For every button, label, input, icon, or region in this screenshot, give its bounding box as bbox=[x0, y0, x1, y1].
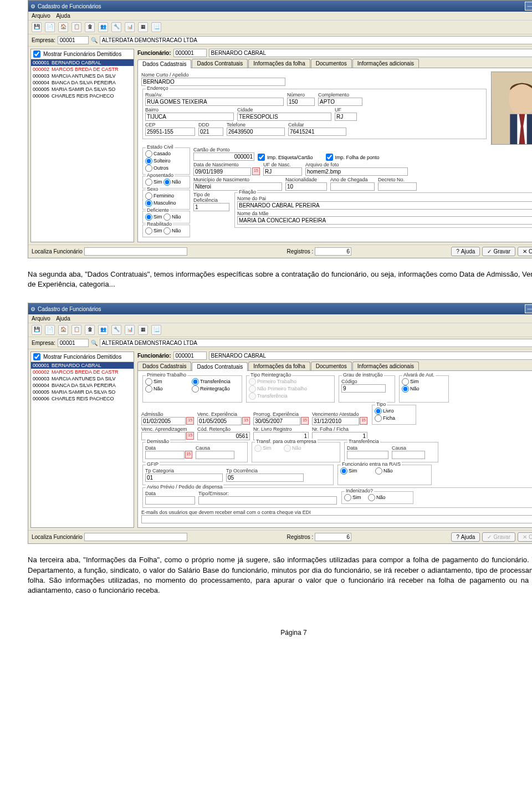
imp-folha-checkbox[interactable] bbox=[326, 154, 333, 161]
toolbar-doc-icon[interactable]: 📃 bbox=[151, 325, 161, 335]
toolbar-new-icon[interactable]: 📄 bbox=[45, 325, 55, 335]
dem-causa-input[interactable] bbox=[196, 451, 234, 459]
toolbar-home-icon[interactable]: 🏠 bbox=[58, 325, 68, 335]
tel-input[interactable] bbox=[227, 128, 285, 136]
tab-adicionais[interactable]: Informações adicionais bbox=[352, 59, 419, 68]
minimize-button[interactable]: — bbox=[525, 304, 532, 313]
toolbar-copy-icon[interactable]: 📋 bbox=[71, 325, 81, 335]
toolbar-save-icon[interactable]: 💾 bbox=[32, 325, 42, 335]
employee-row[interactable]: 000006CHARLES REIS PACHECO bbox=[31, 93, 134, 99]
mae-input[interactable] bbox=[237, 216, 532, 225]
toolbar-grid-icon[interactable]: ▦ bbox=[138, 325, 148, 335]
calendar-icon[interactable]: 15 bbox=[252, 167, 260, 175]
toolbar-copy-icon[interactable]: 📋 bbox=[71, 22, 81, 32]
toolbar-user-icon[interactable]: 👥 bbox=[98, 22, 108, 32]
aviso-data-input[interactable] bbox=[145, 496, 195, 505]
foto-input[interactable] bbox=[305, 167, 408, 176]
ajuda-button[interactable]: ?Ajuda bbox=[451, 247, 480, 256]
tipo-livro-radio[interactable]: Livro bbox=[375, 408, 413, 415]
tipoe-input[interactable] bbox=[198, 496, 337, 505]
ind-nao-radio[interactable]: Não bbox=[368, 495, 386, 500]
cidade-input[interactable] bbox=[237, 113, 331, 121]
imp-etq-checkbox[interactable] bbox=[258, 154, 265, 161]
cret-input[interactable] bbox=[197, 432, 250, 440]
alv-sim-radio[interactable]: Sim bbox=[402, 378, 446, 385]
toolbar-new-icon[interactable]: 📄 bbox=[45, 22, 55, 32]
prim-reint-radio[interactable]: Reintegração bbox=[192, 385, 230, 393]
transf-causa-input[interactable] bbox=[392, 451, 425, 459]
menu-help[interactable]: Ajuda bbox=[56, 315, 70, 322]
toolbar-tool1-icon[interactable]: 🔧 bbox=[111, 22, 121, 32]
empresa-name[interactable] bbox=[100, 339, 532, 347]
def-sim-radio[interactable]: Sim bbox=[145, 214, 162, 220]
search-icon[interactable]: 🔍 bbox=[91, 340, 98, 346]
gravar-button[interactable]: ✓Gravar bbox=[482, 247, 515, 256]
nasc-input[interactable] bbox=[193, 167, 251, 176]
employee-row[interactable]: 000003MARCIA ANTUNES DA SILV bbox=[31, 375, 134, 382]
calendar-icon[interactable]: 15 bbox=[301, 417, 309, 425]
fem-radio[interactable]: Feminino bbox=[145, 192, 187, 200]
ajuda-button[interactable]: ?Ajuda bbox=[451, 532, 480, 542]
toolbar-tool1-icon[interactable]: 🔧 bbox=[111, 325, 121, 335]
employee-row[interactable]: 000005MARIA SAMIR DA SILVA SO bbox=[31, 389, 134, 395]
cel-input[interactable] bbox=[288, 128, 346, 136]
toolbar-grid-icon[interactable]: ▦ bbox=[138, 22, 148, 32]
employee-row[interactable]: 000004BIANCA DA SILVA PEREIRA bbox=[31, 382, 134, 389]
calendar-icon[interactable]: 15 bbox=[185, 451, 192, 459]
pexp-input[interactable] bbox=[253, 417, 300, 425]
employee-row[interactable]: 000005MARIA SAMIR DA SILVA SO bbox=[31, 86, 134, 93]
calendar-icon[interactable]: 15 bbox=[360, 417, 367, 425]
ano-input[interactable] bbox=[330, 182, 375, 191]
employee-row[interactable]: 000004BIANCA DA SILVA PEREIRA bbox=[31, 79, 134, 86]
tab-cadastrais[interactable]: Dados Cadastrais bbox=[137, 59, 191, 68]
tab-cadastrais[interactable]: Dados Cadastrais bbox=[137, 362, 191, 370]
empresa-code[interactable] bbox=[58, 339, 89, 347]
calendar-icon[interactable]: 15 bbox=[186, 432, 194, 440]
grau-cod-input[interactable] bbox=[341, 384, 386, 393]
func-name[interactable] bbox=[209, 49, 532, 57]
employee-row[interactable]: 000001BERNARDO CABRAL bbox=[31, 59, 134, 66]
vat-input[interactable] bbox=[312, 417, 359, 425]
func-code[interactable] bbox=[173, 49, 207, 57]
apos-sim-radio[interactable]: Sim bbox=[145, 179, 162, 185]
casado-radio[interactable]: Casado bbox=[145, 150, 187, 157]
toolbar-tool2-icon[interactable]: 📊 bbox=[125, 325, 135, 335]
tab-contratuais[interactable]: Dados Contratuais bbox=[192, 59, 248, 68]
solteiro-radio[interactable]: Solteiro bbox=[145, 157, 187, 165]
func-code[interactable] bbox=[173, 352, 207, 360]
employee-row[interactable]: 000003MARCIA ANTUNES DA SILV bbox=[31, 73, 134, 79]
cartao-input[interactable] bbox=[193, 152, 254, 161]
tab-documentos[interactable]: Documentos bbox=[311, 59, 352, 68]
alv-nao-radio[interactable]: Não bbox=[402, 385, 446, 393]
tpoco-input[interactable] bbox=[226, 474, 304, 482]
dec-input[interactable] bbox=[378, 182, 417, 191]
cep-input[interactable] bbox=[145, 128, 195, 136]
menu-file[interactable]: Arquivo bbox=[32, 315, 50, 322]
show-fired-checkbox[interactable] bbox=[33, 50, 40, 58]
minimize-button[interactable]: — bbox=[525, 2, 532, 11]
def-nao-radio[interactable]: Não bbox=[163, 214, 181, 220]
email-input[interactable] bbox=[141, 515, 532, 523]
empresa-name[interactable] bbox=[100, 36, 532, 44]
toolbar-user-icon[interactable]: 👥 bbox=[98, 325, 108, 335]
reab-sim-radio[interactable]: Sim bbox=[145, 228, 162, 233]
pai-input[interactable] bbox=[237, 201, 532, 210]
tab-adicionais[interactable]: Informações adicionais bbox=[352, 362, 419, 370]
numero-input[interactable] bbox=[287, 98, 315, 106]
tab-folha[interactable]: Informações da folha bbox=[248, 59, 310, 68]
menu-file[interactable]: Arquivo bbox=[32, 13, 50, 19]
tpcat-input[interactable] bbox=[145, 474, 223, 482]
cancelar-button[interactable]: ✕Cancelar bbox=[518, 247, 532, 256]
prim-transf-radio[interactable]: Transferência bbox=[192, 378, 231, 385]
func-name[interactable] bbox=[209, 352, 532, 360]
outros-radio[interactable]: Outros bbox=[145, 165, 187, 172]
calendar-icon[interactable]: 15 bbox=[186, 417, 194, 425]
reab-nao-radio[interactable]: Não bbox=[163, 228, 181, 233]
tipo-def-input[interactable] bbox=[193, 203, 229, 211]
tab-documentos[interactable]: Documentos bbox=[311, 362, 352, 370]
menu-help[interactable]: Ajuda bbox=[56, 13, 70, 19]
toolbar-doc-icon[interactable]: 📃 bbox=[151, 22, 161, 32]
ddd-input[interactable] bbox=[198, 128, 223, 136]
nac-input[interactable] bbox=[285, 182, 327, 191]
transf-data-input[interactable] bbox=[347, 451, 388, 459]
